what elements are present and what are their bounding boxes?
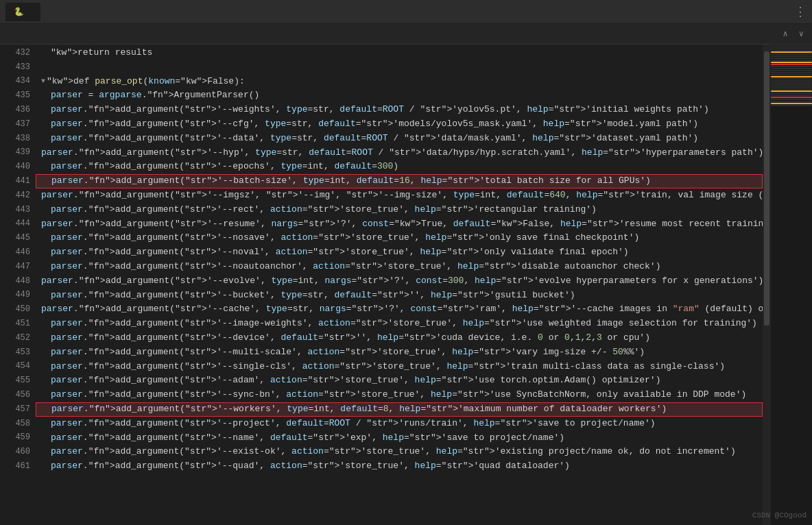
- chevron-down-icon[interactable]: ∨: [799, 29, 804, 39]
- code-line-447: parser."fn">add_argument("str">'--noauto…: [36, 260, 763, 274]
- code-line-460: parser."fn">add_argument("str">'--exist-…: [36, 445, 763, 459]
- code-line-435: parser = argparse."fn">ArgumentParser(): [36, 88, 763, 103]
- code-line-457: parser."fn">add_argument("str">'--worker…: [36, 402, 763, 417]
- code-line-439: parser."fn">add_argument("str">'--hyp', …: [36, 146, 763, 160]
- code-line-450: parser."fn">add_argument("str">'--cache'…: [36, 302, 763, 317]
- code-line-453: parser."fn">add_argument("str">'--multi-…: [36, 345, 763, 360]
- minimap: [771, 45, 812, 525]
- code-line-459: parser."fn">add_argument("str">'--name',…: [36, 431, 763, 445]
- code-line-458: parser."fn">add_argument("str">'--projec…: [36, 417, 763, 431]
- code-area: "kw">return results▼"kw">def parse_opt(k…: [36, 45, 763, 525]
- code-line-438: parser."fn">add_argument("str">'--data',…: [36, 132, 763, 146]
- code-line-446: parser."fn">add_argument("str">'--noval'…: [36, 245, 763, 260]
- status-bar: ∧ ∨: [0, 24, 812, 45]
- code-line-455: parser."fn">add_argument("str">'--adam',…: [36, 374, 763, 388]
- code-line-442: parser."fn">add_argument("str">'--imgsz'…: [36, 188, 763, 203]
- code-line-445: parser."fn">add_argument("str">'--nosave…: [36, 231, 763, 245]
- code-line-437: parser."fn">add_argument("str">'--cfg', …: [36, 117, 763, 132]
- code-line-461: parser."fn">add_argument("str">'--quad',…: [36, 459, 763, 474]
- line-numbers: 4324334344354364374384394404414424434444…: [0, 45, 36, 525]
- python-icon: 🐍: [14, 7, 24, 17]
- code-line-456: parser."fn">add_argument("str">'--sync-b…: [36, 388, 763, 402]
- fold-icon[interactable]: ▼: [41, 75, 45, 89]
- scrollbar-vertical[interactable]: [763, 45, 771, 525]
- code-line-451: parser."fn">add_argument("str">'--image-…: [36, 317, 763, 331]
- code-line-433: [36, 60, 763, 75]
- code-line-452: parser."fn">add_argument("str">'--device…: [36, 331, 763, 345]
- code-line-448: parser."fn">add_argument("str">'--evolve…: [36, 274, 763, 289]
- tab-train-py[interactable]: 🐍: [5, 3, 40, 21]
- code-line-434: ▼"kw">def parse_opt(known="kw">False):: [36, 75, 763, 89]
- more-options-icon[interactable]: ⋮: [794, 4, 807, 19]
- watermark: CSDN @COgood: [752, 511, 807, 520]
- code-line-441: parser."fn">add_argument("str">'--batch-…: [36, 174, 763, 188]
- code-line-436: parser."fn">add_argument("str">'--weight…: [36, 103, 763, 117]
- tab-bar: 🐍 ⋮: [0, 0, 812, 24]
- chevron-up-icon[interactable]: ∧: [783, 29, 788, 39]
- code-line-454: parser."fn">add_argument("str">'--single…: [36, 360, 763, 374]
- code-line-440: parser."fn">add_argument("str">'--epochs…: [36, 160, 763, 174]
- code-line-443: parser."fn">add_argument("str">'--rect',…: [36, 203, 763, 217]
- code-line-432: "kw">return results: [36, 46, 763, 60]
- code-line-449: parser."fn">add_argument("str">'--bucket…: [36, 289, 763, 303]
- code-line-444: parser."fn">add_argument("str">'--resume…: [36, 217, 763, 232]
